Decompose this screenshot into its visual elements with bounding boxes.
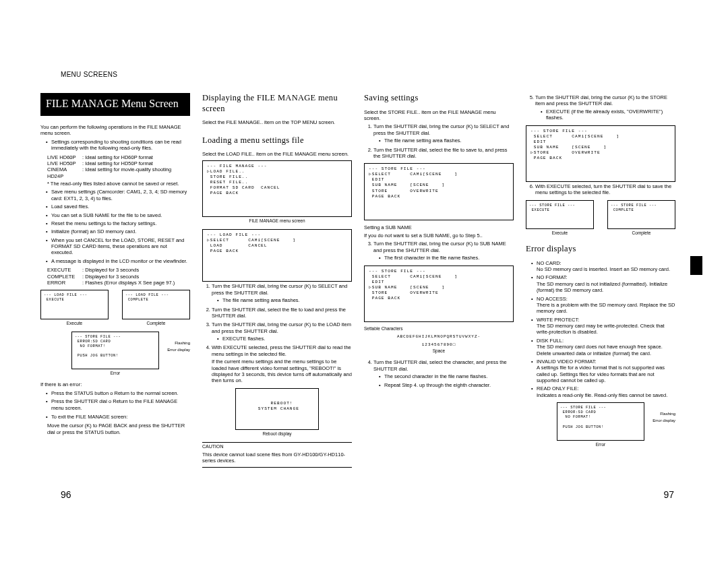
screen-load-file: --- LOAD FILE --- ▷SELECT CAM1[SCENE ] L… xyxy=(202,229,352,282)
bullet: Settings corresponding to shooting condi… xyxy=(47,139,190,152)
subname-note: If you do not want to set a SUB NAME, go… xyxy=(364,232,514,239)
substep: The first character in the file name fla… xyxy=(380,255,514,261)
step-5: Turn the SHUTTER dial, bring the cursor … xyxy=(535,94,675,121)
step-4: With EXECUTE selected, press the SHUTTER… xyxy=(212,344,352,383)
substep: EXECUTE (if the file already exists, "OV… xyxy=(542,108,675,121)
column-1: FILE MANAGE Menu Screen You can perform … xyxy=(40,93,190,549)
screen-execute: --- LOAD FILE --- EXECUTE xyxy=(40,290,109,319)
label-error: Error xyxy=(40,371,190,376)
save-step-6: With EXECUTE selected, turn the SHUTTER … xyxy=(526,183,675,196)
bullet: Load saved files. xyxy=(47,204,190,210)
step-1: Turn the SHUTTER dial, bring the cursor … xyxy=(212,283,352,303)
error-item: WRITE PROTECT:The SD memory card may be … xyxy=(533,317,675,336)
column-4: Turn the SHUTTER dial, bring the cursor … xyxy=(526,93,675,549)
save-step-5: Turn the SHUTTER dial, bring the cursor … xyxy=(526,94,675,121)
body-text: Select the LOAD FILE.. item on the FILE … xyxy=(202,151,352,157)
screen-reboot: REBOOT! SYSTEM CHANGE xyxy=(235,388,319,430)
annotation-flashing: Flashing xyxy=(660,412,675,417)
charset-row-2: 1234567890□ xyxy=(364,342,514,348)
bullet: A message is displayed in the LCD monito… xyxy=(47,258,190,264)
step-4: Turn the SHUTTER dial, select the charac… xyxy=(373,359,514,389)
annotation-flashing: Flashing xyxy=(175,341,190,346)
column-2: Displaying the FILE MANAGE menu screen S… xyxy=(202,93,352,549)
document-spread: MENU SCREENS FILE MANAGE Menu Screen You… xyxy=(0,0,728,562)
charset-row-1: ABCDEFGHIJKLMNOPQRSTUVWXYZ- xyxy=(364,334,514,340)
substep: The second character in the file name fl… xyxy=(380,373,514,379)
heading-error-displays: Error displays xyxy=(526,244,675,255)
bullet: When you set CANCEL for the LOAD, STORE,… xyxy=(47,237,190,256)
bullet: Initialize (format) an SD memory card. xyxy=(47,228,190,235)
label-error: Error xyxy=(526,442,675,447)
error-item: READ ONLY FILE:Indicates a read-only fil… xyxy=(533,385,675,398)
save-step-3: Turn the SHUTTER dial, bring the cursor … xyxy=(364,241,514,261)
step4-extra: If the current menu settings and the men… xyxy=(212,358,352,384)
error-item: NO CARD:No SD memory card is inserted. I… xyxy=(533,260,675,273)
save-steps-1-2: Turn the SHUTTER dial, bring the cursor … xyxy=(364,123,514,159)
page-number-right: 97 xyxy=(663,489,674,500)
screen-store-file-3: --- STORE FILE --- SELECT CAM1[SCENE ] E… xyxy=(526,125,675,182)
msg-row: ERROR: Flashes (Error displays X See pag… xyxy=(47,280,190,286)
charset-title: Settable Characters xyxy=(364,326,514,332)
label-complete: Complete xyxy=(122,321,190,326)
main-title: FILE MANAGE Menu Screen xyxy=(40,93,190,116)
body-text: Select the FILE MANAGE.. item on the TOP… xyxy=(202,119,352,125)
substep: EXECUTE flashes. xyxy=(218,336,352,342)
annotation-error-display: Error display xyxy=(167,348,190,353)
load-steps: Turn the SHUTTER dial, bring the cursor … xyxy=(202,283,352,383)
label-execute: Execute xyxy=(40,321,109,326)
msg-row: EXECUTE: Displayed for 3 seconds xyxy=(47,267,190,273)
exit-title: To exit the FILE MANAGE screen: xyxy=(47,414,190,420)
screen-complete: --- STORE FILE --- COMPLETE xyxy=(607,200,675,229)
diagram-execute-complete: --- LOAD FILE --- EXECUTE Execute --- LO… xyxy=(40,290,190,325)
step-3: Turn the SHUTTER dial, bring the cursor … xyxy=(373,241,514,261)
save-step-4: Turn the SHUTTER dial, select the charac… xyxy=(364,359,514,389)
step-1: Turn the SHUTTER dial, bring the cursor … xyxy=(373,123,514,144)
screen-store-file-1: --- STORE FILE --- ▷SELECT CAM1[SCENE ] … xyxy=(364,163,514,220)
substep: The file name setting area flashes. xyxy=(380,137,514,144)
error-item: NO ACCESS:There is a problem with the SD… xyxy=(533,296,675,315)
thumb-tab xyxy=(690,256,702,275)
screen-execute: --- STORE FILE --- EXECUTE xyxy=(526,200,594,229)
subname-title: Setting a SUB NAME xyxy=(364,224,514,230)
page-number-left: 96 xyxy=(61,489,71,500)
if-error-title: If there is an error: xyxy=(40,381,190,387)
screen-store-file-2: --- STORE FILE --- SELECT CAM1[SCENE ] E… xyxy=(364,266,514,322)
label-execute: Execute xyxy=(526,230,594,236)
screen-error-2: --- STORE FILE --- ERROR:SD CARD NO FORM… xyxy=(557,402,644,441)
exit-body: Move the cursor (K) to PAGE BACK and pre… xyxy=(40,423,190,435)
section-header: MENU SCREENS xyxy=(61,71,117,78)
screen-file-manage: --- FILE MANAGE --- ▷LOAD FILE.. STORE F… xyxy=(202,160,352,217)
format-row: LIVE HD60P: Ideal setting for HD60P form… xyxy=(47,154,190,160)
substep: Repeat Step 4. up through the eighth cha… xyxy=(380,382,514,388)
screen-complete: --- LOAD FILE --- COMPLETE xyxy=(122,290,190,319)
label-complete: Complete xyxy=(607,230,675,236)
caption-file-manage: FILE MANAGE menu screen xyxy=(202,218,352,224)
annotation-error-display: Error display xyxy=(653,418,675,424)
caution-box: CAUTION This device cannot load scene fi… xyxy=(202,442,352,468)
caption-reboot: Reboot display xyxy=(202,431,352,437)
heading-loading: Loading a menu settings file xyxy=(202,135,352,146)
bullet: You can set a SUB NAME for the file to b… xyxy=(47,212,190,218)
caution-body: This device cannot load scene files from… xyxy=(202,451,352,464)
heading-display-menu: Displaying the FILE MANAGE menu screen xyxy=(202,93,352,114)
bullet: Save menu settings (Camcorder: CAM1, 2, … xyxy=(47,189,190,201)
column-3: Saving settings Select the STORE FILE.. … xyxy=(364,93,514,549)
format-row: LIVE HD50P: Ideal setting for HD50P form… xyxy=(47,160,190,166)
intro-text: You can perform the following operations… xyxy=(40,124,190,137)
format-row: CINEMA HD24P: Ideal setting for movie-qu… xyxy=(47,166,190,179)
bullet: Press the SHUTTER dial o Return to the F… xyxy=(47,398,190,411)
substep: The file name setting area flashes. xyxy=(218,297,352,303)
diagram-execute-complete-2: --- STORE FILE --- EXECUTE Execute --- S… xyxy=(526,200,675,236)
bullet: Press the STATUS button o Return to the … xyxy=(47,390,190,396)
error-item: NO FORMAT:The SD memory card is not init… xyxy=(533,274,675,293)
heading-saving: Saving settings xyxy=(364,93,514,104)
error-list: NO CARD:No SD memory card is inserted. I… xyxy=(526,260,675,399)
error-item: INVALID VIDEO FORMAT:A settings file for… xyxy=(533,358,675,384)
step-6: With EXECUTE selected, turn the SHUTTER … xyxy=(535,183,675,196)
screen-error: --- STORE FILE --- ERROR:SD CARD NO FORM… xyxy=(71,332,159,370)
caption-space: Space xyxy=(364,348,514,354)
error-item: DISK FULL:The SD memory card does not ha… xyxy=(533,338,675,356)
bullet: Reset the menu settings to the factory s… xyxy=(47,220,190,226)
caution-title: CAUTION xyxy=(202,444,352,450)
body-text: Select the STORE FILE.. item on the FILE… xyxy=(364,109,514,122)
